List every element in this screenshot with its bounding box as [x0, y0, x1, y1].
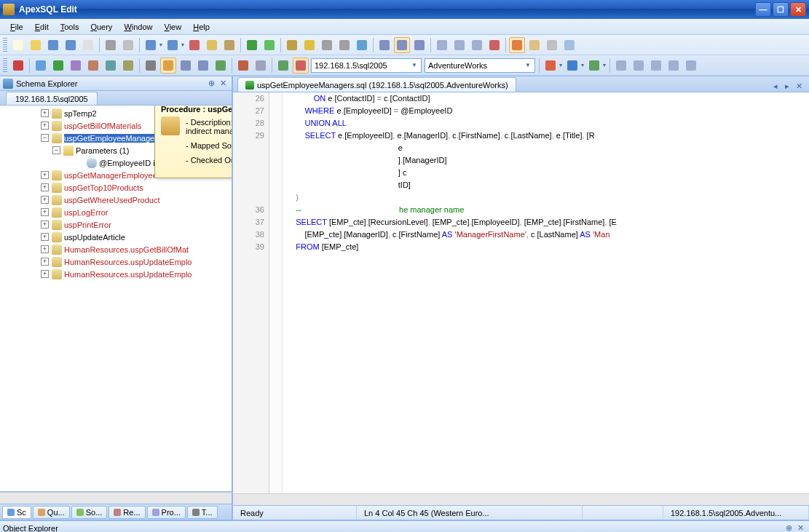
nav-back-icon[interactable]: [542, 57, 559, 74]
menu-file[interactable]: File: [4, 21, 29, 33]
editor-hscroll[interactable]: [233, 493, 809, 505]
comment-icon[interactable]: [213, 57, 229, 74]
server-combo[interactable]: 192.168.1.5\sql2005▼: [311, 58, 422, 73]
win1-icon[interactable]: [434, 37, 450, 53]
pane3-icon[interactable]: [411, 37, 427, 53]
panel4-icon[interactable]: [666, 57, 682, 74]
check-icon[interactable]: [50, 57, 66, 74]
db2-icon[interactable]: [68, 57, 84, 74]
code-editor[interactable]: 2627282936373839 ON e.[ContactID] = c.[C…: [233, 92, 809, 493]
tree-node[interactable]: +uspGetWhereUsedProduct: [0, 194, 232, 206]
expand-button[interactable]: +: [41, 245, 49, 253]
expand-button[interactable]: +: [41, 270, 49, 278]
form-icon[interactable]: [526, 37, 542, 53]
print-icon[interactable]: [103, 37, 119, 53]
dropdown-arrow[interactable]: ▾: [180, 37, 186, 53]
pin-button[interactable]: ⊕: [783, 523, 794, 533]
panel2-icon[interactable]: [631, 57, 647, 74]
preview-icon[interactable]: [120, 37, 136, 53]
refresh-icon[interactable]: [275, 57, 291, 74]
expand-button[interactable]: +: [41, 109, 49, 117]
panel5-icon[interactable]: [683, 57, 699, 74]
open-icon[interactable]: [28, 37, 44, 53]
save-all-icon[interactable]: [63, 37, 79, 53]
db1-icon[interactable]: [33, 57, 49, 74]
viewtab-Qu[interactable]: Qu...: [33, 506, 70, 519]
paste-icon[interactable]: [221, 37, 237, 53]
find-icon[interactable]: [284, 37, 300, 53]
minimize-button[interactable]: —: [755, 2, 771, 17]
pin-button[interactable]: ⊕: [205, 78, 217, 90]
stop-icon[interactable]: [10, 57, 26, 74]
tree-node[interactable]: +HumanResources.uspUpdateEmplo: [0, 268, 232, 280]
execute-icon[interactable]: [261, 37, 277, 53]
winx-icon[interactable]: [486, 37, 502, 53]
copy2-icon[interactable]: [204, 37, 220, 53]
save-icon[interactable]: [45, 37, 61, 53]
tab-close[interactable]: ✕: [793, 80, 805, 92]
panel3-icon[interactable]: [648, 57, 664, 74]
text-icon[interactable]: [544, 37, 560, 53]
tree-node[interactable]: +HumanResources.uspUpdateEmplo: [0, 255, 232, 268]
replace-icon[interactable]: [319, 37, 335, 53]
grid-icon[interactable]: [509, 37, 525, 53]
close-button[interactable]: ✕: [790, 2, 806, 17]
menu-help[interactable]: Help: [187, 21, 216, 33]
connection-tab[interactable]: 192.168.1.5\sql2005: [6, 92, 98, 105]
indent-icon[interactable]: [178, 57, 194, 74]
tree-node[interactable]: +uspGetTop10Products: [0, 181, 232, 194]
document-tab[interactable]: uspGetEmployeeManagers.sql (192.168.1.5\…: [237, 77, 516, 92]
outdent-icon[interactable]: [195, 57, 211, 74]
maximize-button[interactable]: ☐: [773, 2, 789, 17]
tree-hscroll[interactable]: [0, 492, 232, 504]
pane2-icon[interactable]: [394, 37, 410, 53]
expand-button[interactable]: −: [41, 134, 49, 142]
redo-icon[interactable]: [165, 37, 181, 53]
obj2-icon[interactable]: [253, 57, 269, 74]
menu-view[interactable]: View: [159, 21, 188, 33]
tree-node[interactable]: +HumanResources.uspGetBillOfMat: [0, 243, 232, 255]
db4-icon[interactable]: [103, 57, 119, 74]
filter-icon[interactable]: [301, 37, 317, 53]
tree-node[interactable]: +uspLogError: [0, 206, 232, 218]
dropdown-arrow[interactable]: ▾: [580, 57, 585, 74]
stop2-icon[interactable]: [293, 57, 309, 74]
viewtab-So[interactable]: So...: [71, 506, 108, 519]
tab-nav-left[interactable]: ◂: [770, 80, 781, 92]
run-icon[interactable]: [244, 37, 260, 53]
win3-icon[interactable]: [469, 37, 485, 53]
db3-icon[interactable]: [85, 57, 101, 74]
split-icon[interactable]: [561, 37, 577, 53]
pane1-icon[interactable]: [376, 37, 392, 53]
expand-button[interactable]: +: [41, 208, 49, 216]
expand-button[interactable]: −: [52, 146, 60, 154]
gear-icon[interactable]: [143, 57, 159, 74]
expand-button[interactable]: +: [41, 221, 49, 229]
dropdown-arrow[interactable]: ▾: [158, 37, 164, 53]
expand-button[interactable]: +: [41, 122, 49, 130]
viewtab-T[interactable]: T...: [187, 506, 218, 519]
code-area[interactable]: ON e.[ContactID] = c.[ContactID] WHERE e…: [283, 92, 809, 493]
nav-up-icon[interactable]: [586, 57, 602, 74]
menu-window[interactable]: Window: [118, 21, 158, 33]
close-panel-button[interactable]: ✕: [217, 78, 229, 90]
menu-query[interactable]: Query: [84, 21, 118, 33]
fold-margin[interactable]: [269, 92, 283, 493]
menu-tools[interactable]: Tools: [55, 21, 85, 33]
win2-icon[interactable]: [451, 37, 467, 53]
expand-button[interactable]: +: [41, 171, 49, 179]
obj1-icon[interactable]: [235, 57, 251, 74]
panel1-icon[interactable]: [613, 57, 629, 74]
viewtab-Pro[interactable]: Pro...: [147, 506, 186, 519]
nav-fwd-icon[interactable]: [564, 57, 580, 74]
viewtab-Sc[interactable]: Sc: [2, 506, 31, 519]
goto-icon[interactable]: [336, 37, 352, 53]
bookmark-icon[interactable]: [354, 37, 370, 53]
tree-node[interactable]: +uspPrintError: [0, 218, 232, 231]
menu-edit[interactable]: Edit: [29, 21, 55, 33]
database-combo[interactable]: AdventureWorks▼: [425, 58, 535, 73]
list-icon[interactable]: [160, 57, 176, 74]
expand-button[interactable]: +: [41, 258, 49, 266]
expand-button[interactable]: +: [41, 196, 49, 204]
expand-button[interactable]: +: [41, 183, 49, 191]
